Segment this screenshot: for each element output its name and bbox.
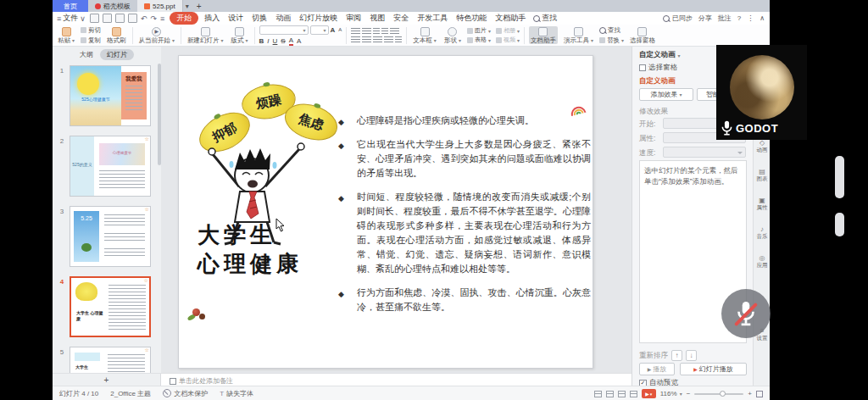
find-toolbar-button[interactable]: 查找 (599, 26, 624, 35)
zoom-level[interactable]: 116%▾ (660, 390, 682, 397)
phone-ui-pill[interactable] (835, 213, 844, 236)
more-icon[interactable]: ⋮ (747, 14, 754, 22)
speed-dropdown[interactable] (663, 147, 746, 158)
layout-button[interactable]: 版式▾ (230, 26, 250, 45)
save-icon[interactable] (90, 14, 99, 23)
slides-tab[interactable]: 幻灯片 (100, 49, 134, 60)
bullet-list-icon[interactable] (351, 28, 360, 35)
sidebar-item-chart[interactable]: ▤图表 (754, 169, 771, 182)
sidebar-item-apps[interactable]: ◎应用 (754, 255, 771, 269)
sidebar-item-music[interactable]: ♪音乐 (754, 226, 771, 240)
sync-status[interactable]: 已同步 (663, 14, 693, 23)
paste-button[interactable]: 粘贴▾ (56, 26, 76, 45)
decrease-indent-icon[interactable] (373, 28, 380, 35)
tab-list-dropdown-icon[interactable]: ▾ (183, 0, 192, 12)
menu-item-transitions[interactable]: 切换 (248, 13, 271, 24)
text-direction-icon[interactable] (390, 28, 399, 35)
outline-tab[interactable]: 大纲 (80, 50, 93, 59)
tab-home[interactable]: 首页 (53, 0, 88, 12)
missing-fonts-status[interactable]: T缺失字体 (220, 389, 253, 398)
menu-item-security[interactable]: 安全 (389, 13, 413, 24)
increase-font-icon[interactable]: A (331, 26, 336, 34)
normal-view-icon[interactable] (594, 391, 602, 397)
bold-button[interactable]: B (259, 37, 264, 45)
slide-play-button[interactable]: ▶幻灯片播放 (680, 363, 747, 375)
output-pdf-icon[interactable] (103, 14, 112, 23)
notes-view-icon[interactable] (630, 391, 637, 397)
menu-item-features[interactable]: 特色功能 (452, 13, 491, 24)
reading-view-icon[interactable] (618, 391, 626, 397)
italic-button[interactable]: I (267, 37, 269, 45)
customize-toolbar-icon[interactable]: ≡ (160, 14, 164, 23)
slide-thumbnail-3[interactable]: ☆ 5.25 (70, 206, 151, 267)
video-call-overlay[interactable]: GODOT (716, 45, 807, 140)
play-animation-button[interactable]: ▶播放 (639, 363, 675, 375)
highlight-color-button[interactable]: A (297, 37, 301, 45)
align-center-icon[interactable] (362, 36, 371, 43)
zoom-slider[interactable] (694, 393, 743, 395)
notes-placeholder[interactable]: 单击此处添加备注 (170, 376, 233, 386)
shapes-button[interactable]: 形状▾ (442, 26, 463, 45)
zoom-in-button[interactable]: + (748, 390, 752, 397)
justify-icon[interactable] (384, 36, 393, 43)
collapse-ribbon-icon[interactable]: ∧ (760, 14, 765, 22)
menu-item-home[interactable]: 开始 (170, 12, 198, 25)
add-effect-button[interactable]: 添加效果▾ (639, 88, 693, 101)
format-painter-button[interactable]: 格式刷 (105, 26, 128, 45)
doc-assistant-button[interactable]: 文档助手 (529, 26, 558, 45)
align-left-icon[interactable] (351, 36, 360, 43)
menu-item-view[interactable]: 视图 (365, 13, 389, 24)
menu-item-slideshow[interactable]: 幻灯片放映 (295, 13, 342, 24)
font-size-combobox[interactable]: ▾ (310, 25, 329, 35)
slide-sorter-view-icon[interactable] (606, 391, 614, 397)
replace-button[interactable]: 替换▾ (599, 36, 624, 45)
animation-pane-header[interactable]: 自定义动画▾ (639, 50, 681, 60)
menu-item-developer[interactable]: 开发工具 (413, 13, 452, 24)
theme-name[interactable]: 2_Office 主题 (110, 389, 151, 398)
align-right-icon[interactable] (373, 36, 382, 43)
text-box-button[interactable]: 文本框▾ (411, 26, 438, 45)
increase-indent-icon[interactable] (381, 28, 388, 35)
undo-icon[interactable]: ↶ (141, 14, 147, 23)
file-menu[interactable]: ≡ 文件 ∨ (57, 13, 86, 24)
sidebar-item-properties[interactable]: ▣属性 (754, 197, 771, 211)
present-tools-button[interactable]: 演示工具▾ (562, 26, 595, 45)
reorder-down-button[interactable]: ↓ (686, 350, 697, 361)
slide-thumbnail-1[interactable]: 525心理健康节 我爱我 (70, 65, 151, 126)
document-protection-status[interactable]: 文档未保护 (163, 389, 208, 398)
album-button[interactable]: 相册▾ (496, 26, 520, 35)
cut-button[interactable]: 剪切 (81, 26, 101, 35)
video-button[interactable]: 视频▾ (496, 36, 520, 44)
menu-item-doc-assistant[interactable]: 文档助手 (491, 13, 530, 24)
print-preview-icon[interactable] (128, 14, 137, 23)
tab-document[interactable]: 525.ppt (137, 0, 183, 12)
fullscreen-icon[interactable] (756, 391, 763, 397)
slide-thumbnail-4-selected[interactable]: ☆ 大学生 心理健康 (70, 276, 151, 337)
reorder-up-button[interactable]: ↑ (671, 350, 682, 361)
font-color-button[interactable]: A (289, 36, 293, 46)
decrease-font-icon[interactable]: A (338, 27, 342, 32)
table-button[interactable]: 表格▾ (467, 36, 491, 44)
selection-pane-button[interactable]: 选择窗格 (628, 26, 657, 45)
find-button[interactable]: 查找 (533, 13, 557, 24)
comment-button[interactable]: 批注 (718, 14, 732, 23)
menu-item-review[interactable]: 审阅 (342, 13, 365, 24)
current-slide[interactable]: 抑郁 烦躁 焦虑 (178, 55, 593, 369)
selection-pane-link[interactable]: 选择窗格 (639, 63, 677, 73)
numbered-list-icon[interactable] (362, 28, 371, 35)
font-name-combobox[interactable]: ▾ (259, 25, 309, 35)
sidebar-item-animation[interactable]: ◇动画 (754, 140, 771, 153)
copy-button[interactable]: 复制 (81, 36, 101, 45)
zoom-out-button[interactable]: − (687, 390, 691, 397)
add-slide-button[interactable]: + (53, 374, 161, 386)
slideshow-play-button[interactable]: ▶▾ (642, 389, 656, 398)
new-slide-button[interactable]: 新建幻灯片▾ (186, 26, 225, 45)
menu-item-insert[interactable]: 插入 (200, 13, 224, 24)
picture-button[interactable]: 图片▾ (467, 26, 491, 35)
new-tab-button[interactable]: + (192, 0, 207, 12)
share-button[interactable]: 分享 (698, 14, 712, 23)
redo-icon[interactable]: ↷ (150, 14, 157, 23)
print-icon[interactable] (115, 14, 125, 23)
underline-button[interactable]: U (273, 37, 278, 45)
play-from-current-button[interactable]: ▶ 从当前开始▾ (137, 26, 177, 45)
